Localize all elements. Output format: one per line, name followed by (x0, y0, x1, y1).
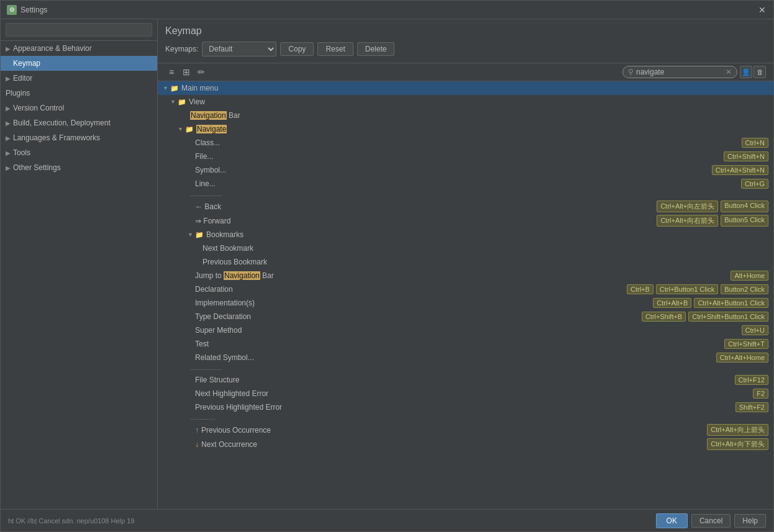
sidebar-item-version-control[interactable]: ▶ Version Control (1, 101, 157, 115)
tree-row-bookmarks[interactable]: ▼ 📁 Bookmarks (158, 228, 773, 241)
search-user-icon[interactable]: 👤 (740, 66, 752, 78)
tree-row-jump-nav[interactable]: Jump to Navigation Bar Alt+Home (158, 269, 773, 282)
sidebar-search-input[interactable] (6, 23, 152, 37)
collapse-all-icon[interactable]: ⊞ (180, 66, 193, 78)
shortcut-list: Ctrl+U (742, 325, 768, 335)
shortcut-list: Ctrl+Alt+向下箭头 (707, 438, 768, 450)
sidebar-item-editor[interactable]: ▶ Editor (1, 71, 157, 86)
expand-arrow: ▶ (6, 75, 11, 82)
keymap-bar: Keymaps: Default Copy Reset Delete (165, 42, 766, 56)
tree-item-label: Previous Bookmark (203, 258, 768, 266)
search-area: ⚲ ✕ 👤 🗑 (622, 66, 766, 78)
tree-row-implementation[interactable]: Implementation(s) Ctrl+Alt+B Ctrl+Alt+Bu… (158, 296, 773, 310)
tree-row-forward[interactable]: ⇒ Forward Ctrl+Alt+向右箭头 Button5 Click (158, 214, 773, 228)
shortcut-badge: Ctrl+N (742, 138, 768, 148)
shortcut-badge: Ctrl+Shift+N (724, 151, 768, 161)
tree-row-type-declaration[interactable]: Type Declaration Ctrl+Shift+B Ctrl+Shift… (158, 310, 773, 323)
expand-arrow: ▼ (163, 85, 170, 91)
tree-row-class[interactable]: Class... Ctrl+N (158, 136, 773, 150)
tree-item-label: Bookmarks (206, 230, 768, 239)
delete-button[interactable]: Delete (357, 42, 395, 56)
shortcut-list: F2 (753, 389, 768, 399)
tree-row-view[interactable]: ▼ 📁 View (158, 95, 773, 109)
tree-item-label: ← Back (195, 202, 657, 211)
tree-row-symbol[interactable]: Symbol... Ctrl+Alt+Shift+N (158, 163, 773, 177)
shortcut-list: Alt+Home (731, 271, 768, 281)
tree-row-back[interactable]: ← Back Ctrl+Alt+向左箭头 Button4 Click (158, 199, 773, 214)
shortcut-list: Ctrl+Shift+B Ctrl+Shift+Button1 Click (642, 312, 768, 322)
edit-icon[interactable]: ✏ (195, 66, 207, 78)
up-arrow-icon: ↑ (195, 426, 199, 435)
expand-arrow: ▼ (170, 99, 178, 105)
sidebar-item-label: Keymap (13, 59, 40, 68)
sidebar-item-appearance[interactable]: ▶ Appearance & Behavior (1, 41, 157, 56)
shortcut-list: Ctrl+G (741, 179, 768, 189)
sidebar-item-languages[interactable]: ▶ Languages & Frameworks (1, 130, 157, 145)
folder-icon: 📁 (170, 84, 179, 92)
tree-item-label: Line... (195, 179, 741, 188)
sidebar-item-label: Other Settings (13, 163, 61, 172)
tree-row-navigation-bar[interactable]: Navigation Bar (158, 109, 773, 122)
keymap-select[interactable]: Default (202, 42, 276, 56)
tree-item-label: Type Declaration (195, 312, 642, 321)
sidebar-item-build[interactable]: ▶ Build, Execution, Deployment (1, 115, 157, 130)
shortcut-list: Ctrl+Alt+Shift+N (712, 165, 768, 175)
expand-all-icon[interactable]: ≡ (165, 66, 178, 78)
tree-row-next-occurrence[interactable]: ↓ Next Occurrence Ctrl+Alt+向下箭头 (158, 437, 773, 451)
shortcut-list: Shift+F2 (735, 402, 768, 412)
close-button[interactable]: ✕ (757, 5, 767, 15)
bottom-bar: ht OK //b| Cancel sdn. nep/u0108 Help 19… (1, 509, 773, 531)
window-title: Settings (20, 6, 757, 14)
keymap-header: Keymap Keymaps: Default Copy Reset Delet… (158, 19, 773, 63)
sidebar-item-label: Tools (13, 148, 30, 157)
tree-item-label: Next Occurrence (201, 440, 707, 449)
tree-row-next-highlighted[interactable]: Next Highlighted Error F2 (158, 387, 773, 400)
cancel-button[interactable]: Cancel (691, 514, 731, 528)
shortcut-badge: Ctrl+F12 (735, 375, 769, 385)
shortcut-badge: Ctrl+Alt+向下箭头 (707, 438, 768, 450)
tree-row-prev-bookmark[interactable]: Previous Bookmark (158, 255, 773, 269)
tree-row-line[interactable]: Line... Ctrl+G (158, 177, 773, 191)
tree-row-main-menu[interactable]: ▼ 📁 Main menu (158, 81, 773, 95)
tree-row-file-structure[interactable]: File Structure Ctrl+F12 (158, 373, 773, 387)
reset-button[interactable]: Reset (317, 42, 353, 56)
search-icon: ⚲ (628, 68, 634, 76)
sidebar-item-label: Version Control (13, 104, 64, 112)
shortcut-list: Ctrl+Alt+Home (716, 353, 768, 363)
search-trash-icon[interactable]: 🗑 (754, 66, 766, 78)
tree-row-test[interactable]: Test Ctrl+Shift+T (158, 337, 773, 351)
shortcut-badge: Ctrl+U (742, 325, 768, 335)
shortcut-badge: Shift+F2 (735, 402, 768, 412)
copy-button[interactable]: Copy (280, 42, 314, 56)
tree-item-label: View (189, 97, 768, 106)
sidebar-item-tools[interactable]: ▶ Tools (1, 145, 157, 160)
expand-arrow: ▶ (6, 150, 11, 156)
sidebar-item-keymap[interactable]: Keymap (1, 56, 157, 71)
shortcut-badge: Button4 Click (721, 201, 768, 212)
tree-item-label: ⇒ Forward (195, 217, 657, 225)
tree-item-label: File... (195, 152, 724, 161)
tree-row-super-method[interactable]: Super Method Ctrl+U (158, 323, 773, 337)
tree-row-file[interactable]: File... Ctrl+Shift+N (158, 150, 773, 163)
ok-button[interactable]: OK (656, 513, 688, 528)
help-button[interactable]: Help (734, 514, 766, 528)
tree-row-prev-highlighted[interactable]: Previous Highlighted Error Shift+F2 (158, 400, 773, 414)
shortcut-badge: Ctrl+B (627, 284, 653, 294)
highlight-span: Navigation (190, 111, 227, 120)
shortcut-badge: Button2 Click (721, 284, 768, 294)
sidebar-item-other-settings[interactable]: ▶ Other Settings (1, 160, 157, 175)
expand-arrow: ▶ (6, 105, 11, 112)
shortcut-badge: Button5 Click (721, 215, 768, 227)
search-box: ⚲ ✕ (622, 66, 737, 78)
sidebar-tree: ▶ Appearance & Behavior Keymap ▶ Editor … (1, 41, 157, 509)
tree-row-next-bookmark[interactable]: Next Bookmark (158, 241, 773, 255)
shortcut-list: Ctrl+Alt+向上箭头 (707, 424, 768, 436)
tree-row-navigate[interactable]: ▼ 📁 Navigate (158, 122, 773, 136)
search-clear-icon[interactable]: ✕ (726, 68, 732, 76)
tree-row-related-symbol[interactable]: Related Symbol... Ctrl+Alt+Home (158, 351, 773, 364)
tree-row-prev-occurrence[interactable]: ↑ Previous Occurrence Ctrl+Alt+向上箭头 (158, 423, 773, 437)
sidebar-item-plugins[interactable]: Plugins (1, 86, 157, 101)
tree-row-declaration[interactable]: Declaration Ctrl+B Ctrl+Button1 Click Bu… (158, 282, 773, 296)
expand-arrow: ▼ (188, 232, 195, 238)
search-input[interactable] (636, 68, 723, 76)
